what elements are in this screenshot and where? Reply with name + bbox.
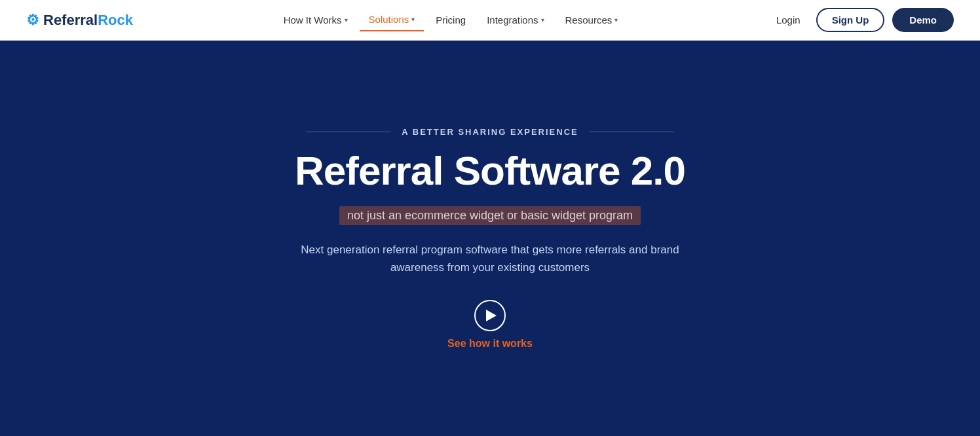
nav-link-integrations[interactable]: Integrations ▾ xyxy=(478,9,553,31)
nav-links: How It Works ▾ Solutions ▾ Pricing Integ… xyxy=(274,9,628,31)
see-how-it-works-button[interactable]: See how it works xyxy=(447,300,533,350)
play-icon xyxy=(474,300,506,331)
hero-description: Next generation referral program softwar… xyxy=(280,241,700,276)
nav-link-how-it-works[interactable]: How It Works ▾ xyxy=(274,9,357,31)
nav-link-solutions[interactable]: Solutions ▾ xyxy=(360,9,424,31)
nav-link-pricing[interactable]: Pricing xyxy=(426,9,475,31)
nav-item-pricing: Pricing xyxy=(426,9,475,31)
play-triangle-icon xyxy=(486,310,497,321)
demo-button[interactable]: Demo xyxy=(892,8,954,32)
nav-actions: Login Sign Up Demo xyxy=(768,8,954,32)
nav-link-resources[interactable]: Resources ▾ xyxy=(556,9,628,31)
hero-title: Referral Software 2.0 xyxy=(295,149,685,193)
eyebrow-line-right xyxy=(589,132,674,132)
chevron-down-icon: ▾ xyxy=(614,16,618,24)
logo[interactable]: ⚙ ReferralRock xyxy=(26,12,133,29)
eyebrow-line-left xyxy=(306,132,391,132)
hero-subtitle: not just an ecommerce widget or basic wi… xyxy=(339,206,641,225)
hero-section: A BETTER SHARING EXPERIENCE Referral Sof… xyxy=(0,41,980,436)
signup-button[interactable]: Sign Up xyxy=(816,8,885,32)
chevron-down-icon: ▾ xyxy=(541,16,544,24)
nav-item-integrations: Integrations ▾ xyxy=(478,9,553,31)
hero-eyebrow: A BETTER SHARING EXPERIENCE xyxy=(402,127,578,137)
video-label: See how it works xyxy=(447,338,533,350)
login-link[interactable]: Login xyxy=(768,9,808,31)
nav-item-resources: Resources ▾ xyxy=(556,9,628,31)
chevron-down-icon: ▾ xyxy=(345,16,348,24)
logo-gear-icon: ⚙ xyxy=(26,12,39,29)
navbar: ⚙ ReferralRock How It Works ▾ Solutions … xyxy=(0,0,980,41)
nav-item-solutions: Solutions ▾ xyxy=(360,9,424,31)
logo-referral-text: ReferralRock xyxy=(43,12,133,29)
hero-eyebrow-wrapper: A BETTER SHARING EXPERIENCE xyxy=(306,127,674,137)
chevron-down-icon: ▾ xyxy=(411,16,415,23)
nav-item-how-it-works: How It Works ▾ xyxy=(274,9,357,31)
